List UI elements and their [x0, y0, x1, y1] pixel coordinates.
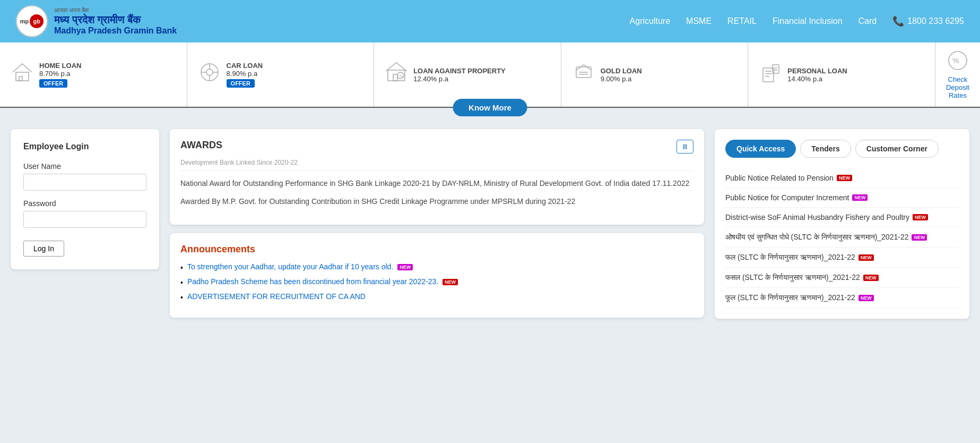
announcement-link-2[interactable]: ADVERTISEMENT FOR RECRUITMENT OF CA AND — [187, 292, 366, 301]
personal-loan-details: PERSONAL LOAN 14.40% p.a — [787, 67, 847, 83]
personal-loan-name: PERSONAL LOAN — [787, 67, 847, 75]
personal-loan-item[interactable]: PERSONAL LOAN 14.40% p.a — [748, 42, 935, 107]
car-loan-item[interactable]: CAR LOAN 8.90% p.a OFFER — [187, 42, 375, 107]
tab-tenders[interactable]: Tenders — [800, 140, 851, 158]
right-column: Quick Access Tenders Customer Corner Pub… — [715, 129, 969, 319]
qa-new-5: NEW — [863, 275, 879, 281]
tabs-row: Quick Access Tenders Customer Corner — [725, 140, 959, 158]
svg-point-3 — [206, 69, 213, 75]
car-loan-rate: 8.90% p.a — [227, 70, 263, 78]
quick-access-scroll[interactable]: Public Notice Related to Pension NEW Pub… — [725, 168, 959, 308]
car-loan-offer-badge: OFFER — [227, 79, 255, 88]
bank-tagline: आपका अपना बैंक — [54, 7, 177, 14]
qa-item-0[interactable]: Public Notice Related to Pension NEW — [725, 168, 959, 188]
svg-text:%: % — [399, 74, 403, 79]
home-loan-details: HOME LOAN 8.70% p.a OFFER — [39, 62, 81, 88]
nav-agriculture[interactable]: Agriculture — [630, 16, 670, 26]
home-loan-offer-badge: OFFER — [39, 79, 67, 88]
qa-new-1: NEW — [852, 194, 868, 201]
qa-new-3: NEW — [912, 234, 927, 241]
middle-column: AWARDS ⏸ Development Bank Linked Since 2… — [170, 129, 704, 319]
award-text-2: Awarded By M.P. Govt. for Outstanding Co… — [180, 195, 693, 207]
loan-against-property-item[interactable]: % LOAN AGAINST PROPERTY 12.40% p.a — [374, 42, 561, 107]
awards-title: AWARDS — [180, 140, 222, 151]
nav-retail[interactable]: RETAIL — [727, 16, 757, 26]
nav-financial-inclusion[interactable]: Financial Inclusion — [773, 16, 843, 26]
username-label: User Name — [23, 162, 146, 171]
bank-logo: mp gb — [16, 5, 48, 37]
svg-rect-9 — [393, 74, 397, 81]
loan-bar: HOME LOAN 8.70% p.a OFFER CAR LOAN 8.90%… — [0, 42, 980, 108]
gold-loan-item[interactable]: GOLD LOAN 9.00% p.a — [561, 42, 749, 107]
bullet-1: • — [180, 278, 183, 287]
car-loan-details: CAR LOAN 8.90% p.a OFFER — [227, 62, 263, 88]
qa-text-6: फूल (SLTC के निर्णयानुसार ऋणमान)_2021-22 — [725, 293, 855, 302]
gold-loan-details: GOLD LOAN 9.00% p.a — [601, 67, 642, 83]
qa-new-4: NEW — [858, 254, 874, 261]
qa-item-5[interactable]: फसल (SLTC के निर्णयानुसार ऋणमान)_2021-22… — [725, 268, 959, 288]
car-loan-icon — [198, 61, 221, 89]
svg-rect-1 — [19, 76, 22, 81]
header: mp gb आपका अपना बैंक मध्य प्रदेश ग्रामीण… — [0, 0, 980, 42]
qa-text-4: फल (SLTC के निर्णयानुसार ऋणमान)_2021-22 — [725, 253, 855, 262]
main-content: Employee Login User Name Password Log In… — [0, 108, 980, 329]
qa-item-1[interactable]: Public Notice for Computer Increment NEW — [725, 188, 959, 208]
bank-name-english: Madhya Pradesh Gramin Bank — [54, 26, 177, 36]
svg-rect-15 — [763, 68, 774, 82]
employee-login-card: Employee Login User Name Password Log In — [11, 129, 159, 269]
quick-access-list: Public Notice Related to Pension NEW Pub… — [725, 168, 959, 308]
car-loan-name: CAR LOAN — [227, 62, 263, 70]
qa-text-1: Public Notice for Computer Increment — [725, 193, 849, 202]
qa-item-3[interactable]: ओषधीय एवं सुगन्धित पोधे (SLTC के निर्णया… — [725, 227, 959, 248]
pause-icon: ⏸ — [681, 142, 689, 151]
qa-item-4[interactable]: फल (SLTC के निर्णयानुसार ऋणमान)_2021-22 … — [725, 248, 959, 268]
tab-quick-access[interactable]: Quick Access — [725, 140, 796, 158]
qa-item-2[interactable]: District-wise SoF Animal Husbandry Fishe… — [725, 208, 959, 227]
login-button[interactable]: Log In — [23, 241, 64, 257]
home-loan-item[interactable]: HOME LOAN 8.70% p.a OFFER — [0, 42, 187, 107]
bullet-0: • — [180, 263, 183, 272]
property-loan-icon: % — [385, 61, 408, 89]
announcement-item-1: • Padho Pradesh Scheme has been disconti… — [180, 277, 693, 287]
bank-name-area: आपका अपना बैंक मध्य प्रदेश ग्रामीण बैंक … — [54, 7, 177, 36]
phone-area: 📞 1800 233 6295 — [892, 15, 964, 27]
qa-text-2: District-wise SoF Animal Husbandry Fishe… — [725, 213, 909, 222]
username-input[interactable] — [23, 174, 146, 191]
qa-text-0: Public Notice Related to Pension — [725, 174, 834, 182]
home-loan-name: HOME LOAN — [39, 62, 81, 70]
announcement-text-1: Padho Pradesh Scheme has been discontinu… — [187, 277, 438, 286]
property-loan-rate: 12.40% p.a — [413, 75, 506, 83]
announcements-list: • To strengthen your Aadhar, update your… — [180, 262, 693, 302]
tab-customer-corner[interactable]: Customer Corner — [855, 140, 939, 158]
personal-loan-icon — [759, 61, 782, 89]
know-more-button[interactable]: Know More — [453, 99, 527, 116]
logo-area: mp gb आपका अपना बैंक मध्य प्रदेश ग्रामीण… — [16, 5, 177, 37]
qa-new-6: NEW — [858, 295, 874, 301]
qa-text-3: ओषधीय एवं सुगन्धित पोधे (SLTC के निर्णया… — [725, 233, 908, 242]
main-nav: Agriculture MSME RETAIL Financial Inclus… — [630, 15, 964, 27]
password-input[interactable] — [23, 211, 146, 228]
home-loan-icon — [11, 61, 34, 89]
nav-card[interactable]: Card — [858, 16, 877, 26]
pause-button[interactable]: ⏸ — [677, 140, 693, 154]
announcement-item-0: • To strengthen your Aadhar, update your… — [180, 262, 693, 272]
qa-item-6[interactable]: फूल (SLTC के निर्णयानुसार ऋणमान)_2021-22… — [725, 288, 959, 308]
home-loan-rate: 8.70% p.a — [39, 70, 81, 78]
bank-name-hindi: मध्य प्रदेश ग्रामीण बैंक — [54, 14, 177, 26]
logo-gb-text: gb — [30, 14, 44, 28]
check-deposit-text: Check Deposit Rates — [946, 75, 969, 99]
check-deposit-item[interactable]: % Check Deposit Rates — [935, 42, 980, 107]
announcement-item-2: • ADVERTISEMENT FOR RECRUITMENT OF CA AN… — [180, 292, 693, 302]
logo-mp-text: mp — [20, 18, 29, 24]
awards-header: AWARDS ⏸ — [180, 140, 693, 154]
awards-card: AWARDS ⏸ Development Bank Linked Since 2… — [170, 129, 704, 225]
right-card: Quick Access Tenders Customer Corner Pub… — [715, 129, 969, 319]
qa-text-5: फसल (SLTC के निर्णयानुसार ऋणमान)_2021-22 — [725, 273, 860, 282]
password-group: Password — [23, 199, 146, 228]
new-badge-1: NEW — [443, 279, 458, 285]
phone-icon: 📞 — [892, 15, 904, 27]
announcement-link-0[interactable]: To strengthen your Aadhar, update your A… — [187, 262, 393, 271]
username-group: User Name — [23, 162, 146, 191]
property-loan-details: LOAN AGAINST PROPERTY 12.40% p.a — [413, 67, 506, 83]
nav-msme[interactable]: MSME — [686, 16, 712, 26]
